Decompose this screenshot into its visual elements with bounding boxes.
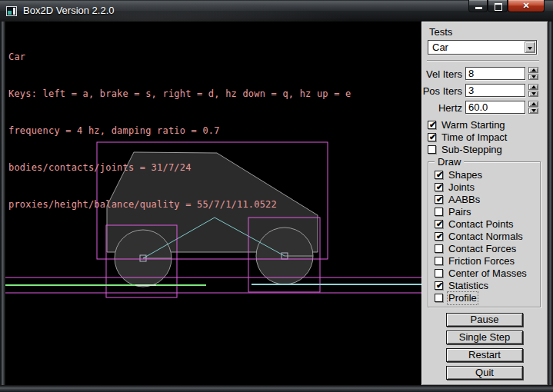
- hud-line-title: Car: [8, 51, 351, 63]
- checkbox-label: Shapes: [448, 170, 482, 181]
- checkbox-box: ✔: [435, 171, 443, 179]
- minimize-button[interactable]: [468, 0, 488, 12]
- checkbox-label: Time of Impact: [441, 132, 507, 143]
- checkbox-label: Contact Forces: [448, 244, 516, 254]
- hertz-label: Hertz: [421, 102, 462, 114]
- checkmark-icon: ✔: [436, 281, 443, 291]
- checkbox-label: Profile: [448, 293, 477, 304]
- arrow-up-icon: [531, 68, 536, 71]
- checkbox-box: ✔: [435, 183, 443, 191]
- checkbox-box: ✔: [428, 121, 436, 129]
- checkbox-box: ✔: [435, 195, 443, 204]
- window-border-right: [548, 22, 553, 385]
- checkmark-icon: ✔: [436, 182, 443, 192]
- pos-iters-spinner: [528, 84, 538, 97]
- tests-dropdown[interactable]: Car: [428, 40, 537, 55]
- quit-button[interactable]: Quit: [446, 366, 523, 380]
- checkmark-icon: ✔: [436, 219, 443, 229]
- checkbox-label: Contact Points: [448, 219, 514, 230]
- checkbox-box: ✔: [428, 145, 436, 154]
- pos-iters-input[interactable]: [465, 84, 525, 97]
- pos-iters-label: Pos Iters: [421, 85, 462, 97]
- close-icon: ✕: [508, 1, 544, 11]
- hud-line-counts: bodies/contacts/joints = 31/7/24: [8, 161, 351, 174]
- close-button[interactable]: ✕: [508, 0, 545, 12]
- checkbox-label: Statistics: [448, 281, 488, 291]
- app-window: Box2D Version 2.2.0 ✕: [0, 0, 553, 392]
- vel-iters-spin-down[interactable]: [528, 74, 538, 80]
- checkbox-box: ✔: [428, 133, 436, 141]
- checkbox-box: ✔: [435, 244, 443, 253]
- window-border-bottom: [0, 385, 553, 392]
- checkbox-box: ✔: [435, 208, 443, 216]
- pause-button[interactable]: Pause: [446, 313, 523, 327]
- title-bar[interactable]: Box2D Version 2.2.0 ✕: [0, 0, 553, 22]
- checkmark-icon: ✔: [436, 231, 443, 241]
- hud-text: Car Keys: left = a, brake = s, right = d…: [8, 26, 351, 235]
- vel-iters-label: Vel Iters: [421, 68, 462, 80]
- checkmark-icon: ✔: [436, 194, 443, 204]
- checkbox-label: Sub-Stepping: [441, 145, 502, 155]
- checkbox-label: Contact Normals: [448, 231, 523, 242]
- arrow-down-icon: [531, 109, 536, 112]
- checkbox-box: ✔: [435, 232, 443, 241]
- pos-iters-spin-down[interactable]: [528, 91, 538, 97]
- checkbox-label: Warm Starting: [441, 120, 505, 131]
- tests-dropdown-button[interactable]: [525, 42, 535, 53]
- checkbox-box: ✔: [435, 281, 443, 290]
- vel-iters-spin-up[interactable]: [528, 67, 538, 73]
- checkbox-box: ✔: [435, 220, 443, 228]
- vel-iters-input[interactable]: [465, 67, 525, 80]
- hud-line-keys: Keys: left = a, brake = s, right = d, hz…: [8, 88, 351, 100]
- control-panel: Tests Car Vel Iters Pos Iters: [421, 22, 548, 385]
- checkbox-label: Friction Forces: [448, 256, 515, 267]
- pos-iters-row: Pos Iters: [421, 84, 545, 97]
- tests-label: Tests: [429, 26, 452, 38]
- vel-iters-spinner: [528, 67, 538, 80]
- hertz-row: Hertz: [421, 101, 545, 114]
- checkmark-icon: ✔: [429, 132, 436, 142]
- maximize-icon: [495, 3, 502, 11]
- tests-dropdown-value: Car: [432, 42, 448, 54]
- checkbox-box: ✔: [435, 269, 443, 277]
- window-border-left: [0, 22, 5, 385]
- simulation-canvas[interactable]: Car Keys: left = a, brake = s, right = d…: [5, 22, 421, 385]
- pos-iters-spin-up[interactable]: [528, 84, 538, 90]
- separator: [427, 60, 539, 61]
- app-icon: [6, 6, 17, 16]
- checkbox-box: ✔: [435, 294, 443, 302]
- arrow-down-icon: [531, 75, 536, 78]
- checkbox-label: Pairs: [448, 207, 471, 218]
- window-title: Box2D Version 2.2.0: [23, 5, 115, 16]
- arrow-up-icon: [531, 102, 536, 105]
- hertz-spinner: [528, 101, 538, 114]
- app-icon-accent: [8, 11, 12, 15]
- minimize-icon: [475, 7, 482, 9]
- restart-button[interactable]: Restart: [446, 348, 523, 362]
- app-icon-bar: [13, 8, 15, 15]
- chevron-down-icon: [528, 47, 532, 50]
- vel-iters-row: Vel Iters: [421, 67, 545, 80]
- checkmark-icon: ✔: [436, 170, 443, 180]
- hud-line-frequency: frequency = 4 hz, damping ratio = 0.7: [8, 125, 351, 137]
- arrow-up-icon: [531, 85, 536, 88]
- checkbox-box: ✔: [435, 257, 443, 265]
- checkbox-label: Center of Masses: [448, 268, 527, 279]
- hud-line-quality: proxies/height/balance/quality = 55/7/1/…: [8, 198, 351, 211]
- checkbox-label: AABBs: [448, 194, 480, 205]
- arrow-down-icon: [531, 92, 536, 95]
- draw-group-label: Draw: [435, 156, 464, 168]
- hertz-input[interactable]: [465, 101, 525, 114]
- single-step-button[interactable]: Single Step: [446, 331, 523, 344]
- maximize-button[interactable]: [488, 0, 508, 12]
- checkmark-icon: ✔: [429, 120, 436, 130]
- hertz-spin-down[interactable]: [528, 108, 538, 114]
- checkbox-label: Joints: [448, 182, 475, 193]
- hertz-spin-up[interactable]: [528, 101, 538, 107]
